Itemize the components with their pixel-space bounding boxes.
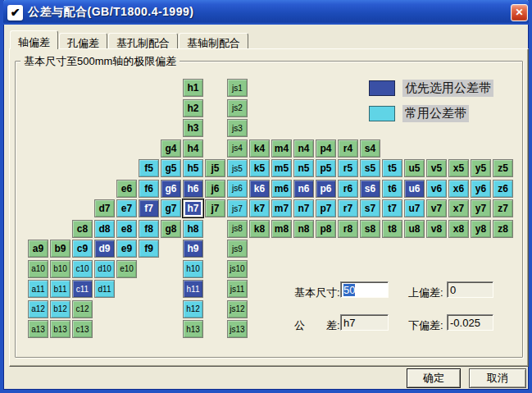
tolerance-cell-s5[interactable]: s5: [360, 159, 380, 177]
tolerance-cell-n7[interactable]: n7: [293, 199, 314, 217]
tolerance-cell-z6[interactable]: z6: [493, 180, 513, 198]
tolerance-cell-u6[interactable]: u6: [404, 180, 425, 198]
tolerance-cell-m7[interactable]: m7: [271, 199, 292, 217]
tolerance-cell-h12[interactable]: h12: [183, 300, 203, 318]
tolerance-cell-h4[interactable]: h4: [183, 139, 203, 158]
ok-button[interactable]: 确定: [407, 368, 461, 388]
tolerance-cell-f8[interactable]: f8: [139, 220, 159, 238]
tolerance-cell-js1[interactable]: js1: [227, 79, 248, 97]
tolerance-cell-k8[interactable]: k8: [249, 220, 270, 238]
tolerance-cell-c8[interactable]: c8: [72, 220, 93, 238]
tolerance-cell-a9[interactable]: a9: [28, 240, 48, 258]
tolerance-cell-b12[interactable]: b12: [50, 300, 70, 318]
tolerance-cell-t5[interactable]: t5: [382, 159, 402, 177]
tolerance-cell-e6[interactable]: e6: [116, 180, 137, 198]
tolerance-cell-r6[interactable]: r6: [338, 180, 358, 198]
tolerance-cell-js13[interactable]: js13: [227, 320, 248, 338]
tolerance-cell-c11[interactable]: c11: [72, 280, 93, 298]
tolerance-cell-h13[interactable]: h13: [183, 320, 203, 338]
tolerance-cell-b11[interactable]: b11: [50, 280, 70, 298]
tolerance-cell-y5[interactable]: y5: [471, 159, 491, 177]
tolerance-cell-j6[interactable]: j6: [205, 180, 225, 198]
tolerance-cell-p4[interactable]: p4: [316, 139, 336, 158]
tolerance-cell-js10[interactable]: js10: [227, 260, 248, 278]
tolerance-cell-c12[interactable]: c12: [72, 300, 93, 318]
tolerance-cell-c9[interactable]: c9: [72, 240, 93, 258]
tab-2[interactable]: 孔偏差: [59, 33, 107, 49]
tolerance-cell-z7[interactable]: z7: [493, 199, 513, 217]
tolerance-cell-m8[interactable]: m8: [271, 220, 292, 238]
tolerance-cell-h6[interactable]: h6: [183, 180, 203, 198]
tolerance-cell-m6[interactable]: m6: [271, 180, 292, 198]
tolerance-cell-h3[interactable]: h3: [183, 119, 203, 137]
tolerance-cell-s7[interactable]: s7: [360, 199, 380, 217]
tolerance-cell-a12[interactable]: a12: [28, 300, 48, 318]
tolerance-cell-h8[interactable]: h8: [183, 220, 203, 238]
tab-3[interactable]: 基孔制配合: [108, 33, 178, 49]
tolerance-cell-k6[interactable]: k6: [249, 180, 270, 198]
tolerance-cell-x7[interactable]: x7: [448, 199, 469, 217]
tolerance-cell-h1[interactable]: h1: [183, 79, 203, 97]
tolerance-cell-m5[interactable]: m5: [271, 159, 292, 177]
tolerance-cell-t7[interactable]: t7: [382, 199, 402, 217]
tolerance-cell-d9[interactable]: d9: [94, 240, 115, 258]
tolerance-cell-js12[interactable]: js12: [227, 300, 248, 318]
tolerance-cell-b13[interactable]: b13: [50, 320, 70, 338]
tolerance-cell-x8[interactable]: x8: [448, 220, 469, 238]
tolerance-cell-r4[interactable]: r4: [338, 139, 358, 158]
tolerance-cell-u7[interactable]: u7: [404, 199, 425, 217]
tolerance-cell-f6[interactable]: f6: [139, 180, 159, 198]
tolerance-cell-js4[interactable]: js4: [227, 139, 248, 158]
tolerance-cell-k7[interactable]: k7: [249, 199, 270, 217]
tolerance-cell-p7[interactable]: p7: [316, 199, 336, 217]
tolerance-cell-k4[interactable]: k4: [249, 139, 270, 158]
tolerance-cell-f5[interactable]: f5: [139, 159, 159, 177]
tolerance-cell-a10[interactable]: a10: [28, 260, 48, 278]
tolerance-cell-b9[interactable]: b9: [50, 240, 70, 258]
tolerance-cell-p5[interactable]: p5: [316, 159, 336, 177]
tolerance-cell-s8[interactable]: s8: [360, 220, 380, 238]
tolerance-cell-f9[interactable]: f9: [139, 240, 159, 258]
tolerance-cell-s4[interactable]: s4: [360, 139, 380, 158]
tolerance-cell-n6[interactable]: n6: [293, 180, 314, 198]
tolerance-cell-r7[interactable]: r7: [338, 199, 358, 217]
close-icon[interactable]: ✕: [511, 4, 528, 21]
tolerance-cell-x6[interactable]: x6: [448, 180, 469, 198]
tolerance-cell-r8[interactable]: r8: [338, 220, 358, 238]
tolerance-cell-a11[interactable]: a11: [28, 280, 48, 298]
tolerance-cell-n4[interactable]: n4: [293, 139, 314, 158]
tolerance-cell-d7[interactable]: d7: [94, 199, 115, 217]
tolerance-cell-y7[interactable]: y7: [471, 199, 491, 217]
tolerance-cell-g6[interactable]: g6: [161, 180, 181, 198]
tolerance-cell-js5[interactable]: js5: [227, 159, 248, 177]
tolerance-cell-j7[interactable]: j7: [205, 199, 225, 217]
tolerance-cell-v7[interactable]: v7: [426, 199, 447, 217]
tolerance-cell-js11[interactable]: js11: [227, 280, 248, 298]
tolerance-cell-js2[interactable]: js2: [227, 99, 248, 117]
tolerance-cell-g5[interactable]: g5: [161, 159, 181, 177]
tolerance-cell-h11[interactable]: h11: [183, 280, 203, 298]
tolerance-cell-a13[interactable]: a13: [28, 320, 48, 338]
tolerance-cell-g7[interactable]: g7: [161, 199, 181, 217]
tolerance-cell-e8[interactable]: e8: [116, 220, 137, 238]
tolerance-cell-y8[interactable]: y8: [471, 220, 491, 238]
tolerance-cell-d10[interactable]: d10: [94, 260, 115, 278]
tolerance-cell-m4[interactable]: m4: [271, 139, 292, 158]
tolerance-cell-v5[interactable]: v5: [426, 159, 447, 177]
tolerance-cell-c13[interactable]: c13: [72, 320, 93, 338]
tolerance-cell-n8[interactable]: n8: [293, 220, 314, 238]
tolerance-cell-js8[interactable]: js8: [227, 220, 248, 238]
tolerance-cell-g8[interactable]: g8: [161, 220, 181, 238]
tolerance-cell-f7[interactable]: f7: [139, 199, 159, 217]
tolerance-cell-z8[interactable]: z8: [493, 220, 513, 238]
basic-size-input[interactable]: 50: [340, 281, 389, 298]
tolerance-cell-v8[interactable]: v8: [426, 220, 447, 238]
tolerance-cell-z5[interactable]: z5: [493, 159, 513, 177]
tolerance-cell-h2[interactable]: h2: [183, 99, 203, 117]
tolerance-cell-d8[interactable]: d8: [94, 220, 115, 238]
tolerance-cell-y6[interactable]: y6: [471, 180, 491, 198]
tolerance-cell-h7[interactable]: h7: [183, 199, 203, 217]
tolerance-cell-v6[interactable]: v6: [426, 180, 447, 198]
tolerance-cell-js9[interactable]: js9: [227, 240, 248, 258]
tolerance-cell-u5[interactable]: u5: [404, 159, 425, 177]
